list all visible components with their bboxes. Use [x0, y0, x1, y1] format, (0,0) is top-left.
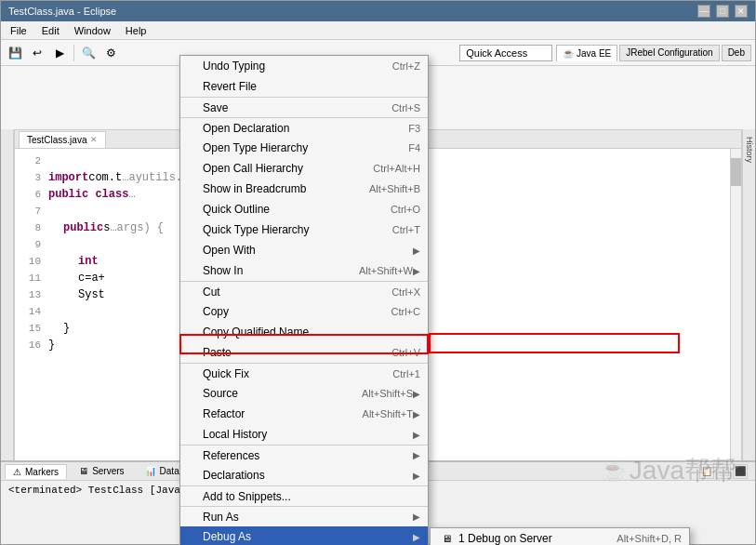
- window-title: TestClass.java - Eclipse: [8, 6, 697, 17]
- ctx-undo-typing[interactable]: Undo Typing Ctrl+Z: [180, 56, 428, 76]
- toolbar-btn-3[interactable]: ▶: [49, 43, 70, 63]
- ctx-declarations[interactable]: Declarations ▶: [180, 465, 428, 485]
- ctx-cut[interactable]: Cut Ctrl+X: [180, 281, 428, 301]
- ctx-debug-as[interactable]: Debug As ▶: [180, 526, 428, 545]
- ctx-quick-outline[interactable]: Quick Outline Ctrl+O: [180, 199, 428, 219]
- tab-markers[interactable]: ⚠ Markers: [5, 464, 67, 479]
- editor-tab-testclass[interactable]: TestClass.java ✕: [19, 131, 106, 148]
- menu-help[interactable]: Help: [120, 23, 153, 38]
- servers-icon: 🖥: [79, 466, 88, 476]
- perspective-jrebel[interactable]: JRebel Configuration: [619, 45, 719, 61]
- ctx-quick-type-hierarchy[interactable]: Quick Type Hierarchy Ctrl+T: [180, 219, 428, 240]
- toolbar-btn-4[interactable]: 🔍: [78, 43, 99, 63]
- menu-edit[interactable]: Edit: [36, 23, 65, 38]
- ctx-references[interactable]: References ▶: [180, 445, 428, 465]
- ctx-open-with[interactable]: Open With ▶: [180, 240, 428, 260]
- data-icon: 📊: [145, 466, 156, 476]
- submenu-debug-server[interactable]: 🖥 1 Debug on Server Alt+Shift+D, R: [431, 528, 689, 545]
- toolbar-btn-5[interactable]: ⚙: [100, 43, 121, 63]
- ctx-open-call-hierarchy[interactable]: Open Call Hierarchy Ctrl+Alt+H: [180, 158, 428, 179]
- ctx-open-type-hierarchy[interactable]: Open Type Hierarchy F4: [180, 138, 428, 158]
- tab-servers[interactable]: 🖥 Servers: [71, 463, 132, 479]
- ctx-open-declaration[interactable]: Open Declaration F3: [180, 117, 428, 138]
- editor-tab-close[interactable]: ✕: [90, 135, 98, 144]
- context-menu[interactable]: Undo Typing Ctrl+Z Revert File Save Ctrl…: [179, 55, 429, 545]
- ctx-source[interactable]: Source Alt+Shift+S ▶: [180, 383, 428, 404]
- history-label: History: [745, 137, 754, 163]
- maximize-button[interactable]: □: [716, 5, 729, 18]
- title-bar: TestClass.java - Eclipse — □ ✕: [1, 1, 755, 21]
- toolbar-btn-2[interactable]: ↩: [27, 43, 47, 63]
- markers-icon: ⚠: [13, 467, 21, 477]
- perspective-java-ee[interactable]: ☕ Java EE: [556, 45, 617, 61]
- scrollbar-thumb[interactable]: [731, 158, 742, 186]
- ctx-show-in[interactable]: Show In Alt+Shift+W ▶: [180, 260, 428, 281]
- watermark: ☕ Java帮帮: [601, 453, 736, 488]
- watermark-text: Java帮帮: [630, 453, 736, 488]
- server-icon: 🖥: [438, 531, 455, 545]
- java-logo: ☕: [601, 459, 626, 483]
- debug-as-submenu[interactable]: 🖥 1 Debug on Server Alt+Shift+D, R ☕ 2 J…: [430, 527, 690, 545]
- toolbar-btn-1[interactable]: 💾: [5, 43, 25, 63]
- toolbar-sep-1: [73, 45, 74, 61]
- ctx-add-snippets[interactable]: Add to Snippets...: [180, 485, 428, 506]
- ctx-run-as[interactable]: Run As ▶: [180, 506, 428, 526]
- perspective-debug[interactable]: Deb: [722, 45, 751, 61]
- eclipse-window: TestClass.java - Eclipse — □ ✕ File Edit…: [0, 0, 756, 545]
- menu-bar: File Edit Window Help: [1, 21, 755, 40]
- ctx-revert-file[interactable]: Revert File: [180, 76, 428, 97]
- quick-access-input[interactable]: Quick Access: [459, 45, 552, 61]
- ctx-paste[interactable]: Paste Ctrl+V: [180, 342, 428, 363]
- window-controls: — □ ✕: [697, 5, 748, 18]
- ctx-refactor[interactable]: Refactor Alt+Shift+T ▶: [180, 404, 428, 424]
- ctx-copy-qualified[interactable]: Copy Qualified Name: [180, 322, 428, 342]
- close-button[interactable]: ✕: [735, 5, 748, 18]
- ctx-local-history[interactable]: Local History ▶: [180, 424, 428, 445]
- ctx-show-breadcrumb[interactable]: Show in Breadcrumb Alt+Shift+B: [180, 179, 428, 199]
- menu-window[interactable]: Window: [69, 23, 116, 38]
- ctx-copy[interactable]: Copy Ctrl+C: [180, 301, 428, 322]
- menu-file[interactable]: File: [5, 23, 33, 38]
- ctx-quick-fix[interactable]: Quick Fix Ctrl+1: [180, 363, 428, 383]
- minimize-button[interactable]: —: [697, 5, 710, 18]
- ctx-save[interactable]: Save Ctrl+S: [180, 97, 428, 117]
